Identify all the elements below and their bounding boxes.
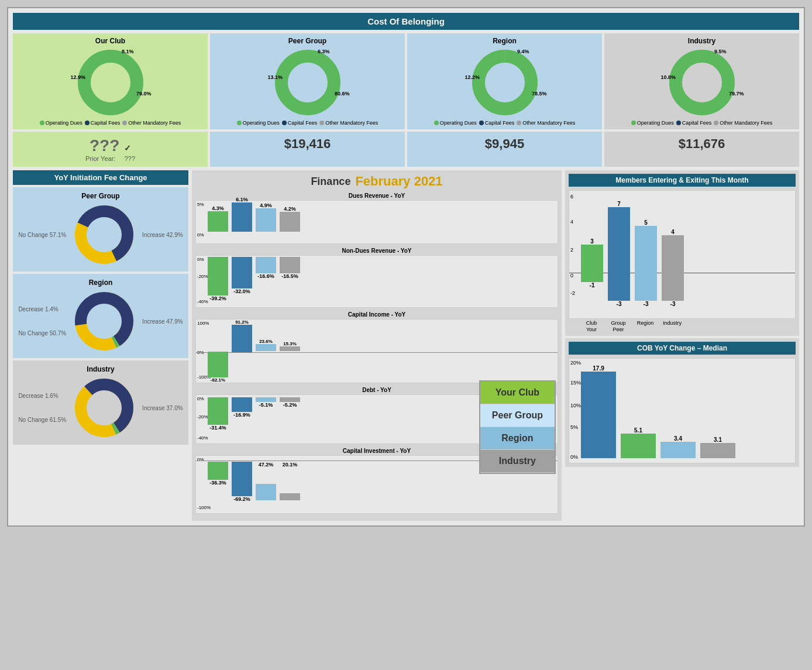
our-club-title: Our Club	[16, 37, 204, 45]
svg-point-3	[281, 56, 334, 109]
members-chart: 6 4 2 0 -2 3 7	[569, 190, 796, 319]
legend-your-club[interactable]: Your Club	[480, 382, 555, 404]
exiting-bars: -1 -3 -3 -3	[581, 273, 684, 307]
industry-no-change-label: No Change 61.5%	[18, 417, 66, 423]
region-value: $9,945	[407, 132, 602, 167]
capital-income-label: Capital Income - YoY	[195, 311, 558, 318]
cob-title: COB YoY Change – Median	[569, 342, 796, 355]
industry-increase-label: Increase 37.0%	[142, 405, 183, 411]
page-title: Cost Of Belonging	[13, 13, 799, 30]
capital-income-section: Capital Income - YoY 100% 0% -100% -82.1…	[195, 311, 558, 383]
legend-region[interactable]: Region	[480, 427, 555, 450]
industry-donut: 79.7% 10.8% 9.5%	[667, 47, 737, 118]
yoy-industry-card: Industry Decrease 1.6% No Change 61.5%	[13, 360, 188, 445]
non-dues-revenue-section: Non-Dues Revenue - YoY 0% -20% -40% -39.…	[195, 248, 558, 308]
legend-industry[interactable]: Industry	[480, 450, 555, 473]
finance-column: Finance February 2021 Dues Revenue - YoY…	[192, 170, 562, 521]
increase-label: Increase 42.9%	[142, 232, 183, 238]
non-dues-label: Non-Dues Revenue - YoY	[195, 248, 558, 254]
our-club-card: Our Club 79.0% 12.9% 8.1% Operating Dues…	[13, 33, 208, 129]
industry-card: Industry 79.7% 10.8% 9.5% Operating Dues…	[604, 33, 799, 129]
peer-group-legend: Operating Dues Capital Fees Other Mandat…	[214, 120, 401, 126]
donut-charts-row: Our Club 79.0% 12.9% 8.1% Operating Dues…	[13, 33, 799, 129]
our-club-donut: 79.0% 12.9% 8.1%	[75, 47, 146, 118]
region-donut: 78.5% 12.2% 9.4%	[470, 47, 540, 118]
left-column: YoY Initiation Fee Change Peer Group No …	[13, 170, 188, 521]
industry-legend: Operating Dues Capital Fees Other Mandat…	[608, 120, 796, 126]
region-card: Region 78.5% 12.2% 9.4% Operating Dues C…	[407, 33, 602, 129]
no-change-label: No Change 57.1%	[18, 232, 66, 238]
legend-peer-group[interactable]: Peer Group	[480, 404, 555, 427]
legend-overlay: Your Club Peer Group Region Industry	[479, 380, 556, 474]
peer-group-value: $19,416	[210, 132, 405, 167]
cob-card: COB YoY Change – Median 20% 15% 10% 5% 0…	[565, 338, 799, 467]
non-dues-chart: 0% -20% -40% -39.2% -32.0%	[195, 255, 558, 308]
our-club-legend: Operating Dues Capital Fees Other Mandat…	[16, 120, 204, 126]
yoy-peer-card: Peer Group No Change 57.1% Increase 42.9…	[13, 187, 188, 272]
region-title: Region	[411, 37, 598, 45]
cob-chart: 20% 15% 10% 5% 0% 17.9 5.1	[569, 358, 796, 463]
finance-date: February 2021	[355, 174, 442, 189]
main-container: Cost Of Belonging Our Club 79.0% 12.9% 8…	[7, 7, 805, 527]
yoy-region-title: Region	[18, 279, 184, 287]
industry-decrease-label: Decrease 1.6%	[18, 393, 66, 399]
capital-income-chart: 100% 0% -100% -82.1%	[195, 319, 558, 383]
svg-point-9	[676, 56, 728, 109]
region-decrease-label: Decrease 1.4%	[18, 306, 66, 312]
bottom-row: YoY Initiation Fee Change Peer Group No …	[13, 170, 799, 521]
peer-group-card: Peer Group 80.6% 13.1% 6.3% Operating Du…	[210, 33, 405, 129]
value-row: ??? ✓ Prior Year: ??? $19,416 $9,945 $11…	[13, 132, 799, 167]
cob-bars: 17.9 5.1 3.4	[581, 362, 735, 458]
dues-revenue-chart: 5% 0% 4.3% 6.1% 4.9%	[195, 200, 558, 244]
finance-header: Finance February 2021	[195, 174, 558, 189]
finance-title: Finance	[311, 176, 350, 188]
right-column: Members Entering & Exiting This Month 6 …	[565, 170, 799, 521]
entering-bars: 3 7 5 4	[581, 201, 684, 273]
peer-group-title: Peer Group	[214, 37, 401, 45]
region-legend: Operating Dues Capital Fees Other Mandat…	[411, 120, 598, 126]
yoy-header: YoY Initiation Fee Change	[13, 170, 188, 185]
svg-point-6	[479, 56, 531, 109]
yoy-peer-title: Peer Group	[18, 192, 184, 200]
yoy-region-card: Region Decrease 1.4% No Change 50.7%	[13, 274, 188, 358]
svg-point-0	[84, 56, 137, 109]
industry-value: $11,676	[604, 132, 799, 167]
region-increase-label: Increase 47.9%	[142, 318, 183, 325]
our-club-value: ??? ✓ Prior Year: ???	[13, 132, 208, 167]
peer-group-donut: 80.6% 13.1% 6.3%	[273, 47, 343, 118]
region-no-change-label: No Change 50.7%	[18, 330, 66, 336]
members-card: Members Entering & Exiting This Month 6 …	[565, 170, 799, 336]
dues-revenue-section: Dues Revenue - YoY 5% 0% 4.3% 6.1%	[195, 193, 558, 244]
members-title: Members Entering & Exiting This Month	[569, 174, 796, 187]
yoy-industry-title: Industry	[18, 365, 184, 373]
industry-title: Industry	[608, 37, 796, 45]
